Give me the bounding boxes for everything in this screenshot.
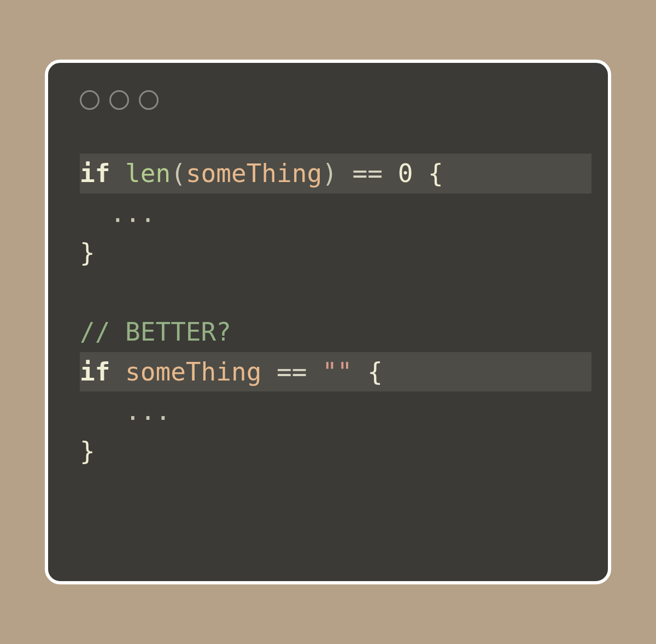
- ellipsis: ...: [80, 396, 171, 426]
- function-len: len: [125, 159, 171, 188]
- brace-close: }: [80, 436, 95, 466]
- traffic-light-zoom-icon[interactable]: [139, 90, 159, 110]
- blank-line: [80, 273, 608, 312]
- brace-open: {: [428, 159, 443, 188]
- code-line: // BETTER?: [80, 312, 608, 352]
- traffic-light-close-icon[interactable]: [80, 90, 99, 110]
- code-line: if len(someThing) == 0 {: [80, 154, 591, 194]
- paren-open: (: [171, 159, 186, 188]
- brace-open: {: [367, 357, 383, 387]
- identifier: someThing: [186, 159, 322, 188]
- traffic-light-minimize-icon[interactable]: [109, 90, 129, 110]
- code-line: if someThing == "" {: [80, 352, 591, 392]
- keyword-if: if: [80, 357, 110, 387]
- code-block: if len(someThing) == 0 { ... } // BETTER…: [48, 154, 608, 471]
- identifier: someThing: [125, 357, 261, 387]
- code-line: ...: [80, 391, 608, 431]
- string-literal: "": [322, 357, 352, 387]
- code-line: }: [80, 431, 608, 471]
- number-zero: 0: [398, 159, 413, 188]
- code-window: if len(someThing) == 0 { ... } // BETTER…: [45, 60, 611, 584]
- operator-eq: ==: [353, 159, 383, 188]
- window-controls: [48, 90, 608, 110]
- brace-close: }: [80, 238, 95, 267]
- code-line: ...: [80, 194, 608, 233]
- paren-close: ): [322, 159, 337, 188]
- comment: // BETTER?: [80, 317, 231, 347]
- operator-eq: ==: [277, 357, 307, 387]
- code-line: }: [80, 233, 608, 273]
- keyword-if: if: [80, 159, 110, 188]
- ellipsis: ...: [80, 198, 155, 228]
